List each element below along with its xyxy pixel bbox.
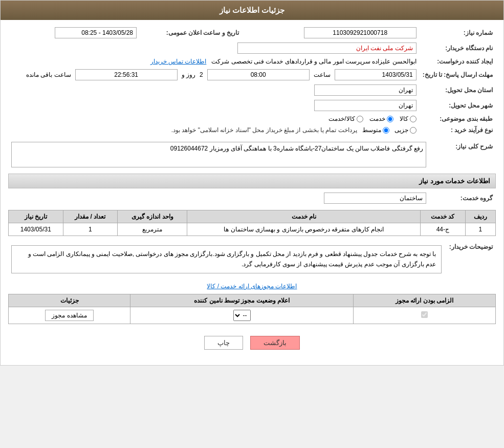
province-value: تهران xyxy=(314,84,417,96)
creator-label: ایجاد کننده درخواست: xyxy=(420,56,496,67)
deadline-date-value: 1403/05/31 xyxy=(335,69,417,80)
response-deadline-label: مهلت ارسال پاسخ: تا تاریخ: xyxy=(420,67,496,82)
page-title: جزئیات اطلاعات نیاز xyxy=(220,6,284,14)
days-label: روز و xyxy=(182,71,195,78)
col-row: ردیف xyxy=(465,210,495,223)
pub-datetime-value: 1403/05/28 - 08:25 xyxy=(55,27,137,38)
buyer-note-label: توضیحات خریدار: xyxy=(445,240,496,279)
requester-org-value: شرکت ملی نفت ایران xyxy=(237,42,417,54)
category-kala-radio[interactable] xyxy=(410,116,417,122)
col-unit: واحد اندازه گیری xyxy=(118,210,187,223)
service-info-title: اطلاعات خدمات مورد نیاز xyxy=(8,174,496,188)
need-desc-label: شرح کلی نیاز: xyxy=(429,140,496,169)
license-section-title[interactable]: اطلاعات مجوزهای ارائه خدمت / کالا xyxy=(207,283,297,290)
row-code: ج-44 xyxy=(421,223,466,236)
need-desc-table: شرح کلی نیاز: رفع گرفتگی فاضلاب سالن یک … xyxy=(8,140,496,169)
procedure-motavasset-label[interactable]: متوسط xyxy=(362,126,389,134)
days-value: 2 xyxy=(200,71,203,78)
need-desc-value: رفع گرفتگی فاضلاب سالن یک ساختمان27-باشگ… xyxy=(11,142,426,167)
pub-datetime-label: تاریخ و ساعت اعلان عمومی: xyxy=(140,25,242,40)
category-khedmat-text: خدمت xyxy=(369,115,385,122)
page-header: جزئیات اطلاعات نیاز xyxy=(1,1,503,20)
license-col-required: الزامی بودن ارائه مجوز xyxy=(353,294,495,307)
service-table: ردیف کد خدمت نام خدمت واحد اندازه گیری ت… xyxy=(8,210,496,236)
row-number: 1 xyxy=(465,223,495,236)
col-date: تاریخ نیاز xyxy=(9,210,63,223)
category-both-label[interactable]: کالا/خدمت xyxy=(328,115,363,122)
service-group-table: گروه خدمت: ساختمان xyxy=(8,190,496,206)
remaining-time-value: 22:56:31 xyxy=(75,69,178,80)
category-both-radio[interactable] xyxy=(357,116,363,122)
category-kala-label[interactable]: کالا xyxy=(400,115,417,122)
bottom-buttons: بازگشت چاپ xyxy=(8,328,496,360)
procedure-jozii-text: جزیی xyxy=(395,126,408,134)
license-checkbox xyxy=(421,311,428,318)
procedure-motavasset-radio[interactable] xyxy=(383,127,389,134)
category-kala-text: کالا xyxy=(400,115,408,122)
creator-value: ابوالحسن علیزاده سرپرست امور مالی و قرار… xyxy=(211,58,416,65)
license-col-details: جزئیات xyxy=(9,294,130,307)
table-row: 1 ج-44 انجام کارهای متفرقه درخصوص بازساز… xyxy=(9,223,496,236)
requester-org-label: نام دستگاه خریدار: xyxy=(420,40,496,56)
main-content: شماره نیاز: 1103092921000718 تاریخ و ساع… xyxy=(1,20,503,365)
procedure-note: پرداخت تمام یا بخشی از مبلغ خریداز محل "… xyxy=(171,126,357,134)
info-table: شماره نیاز: 1103092921000718 تاریخ و ساع… xyxy=(8,25,496,136)
license-required-check xyxy=(353,307,495,324)
procedure-label: نوع فرآیند خرید : xyxy=(420,124,496,136)
category-both-text: کالا/خدمت xyxy=(328,115,355,122)
creator-contact-link[interactable]: اطلاعات تماس خریدار xyxy=(150,58,207,65)
need-number-label: شماره نیاز: xyxy=(420,25,496,40)
procedure-jozii-radio[interactable] xyxy=(410,127,417,134)
deadline-time-value: 08:00 xyxy=(207,69,310,80)
row-quantity: 1 xyxy=(63,223,117,236)
remaining-label: ساعت باقی مانده xyxy=(26,71,71,78)
license-status-select[interactable]: -- xyxy=(233,310,251,321)
category-label: طبقه بندی موضوعی: xyxy=(420,113,496,124)
license-table: الزامی بودن ارائه مجوز اعلام وضعیت مجوز … xyxy=(8,294,496,324)
page-wrapper: جزئیات اطلاعات نیاز شماره نیاز: 11030929… xyxy=(0,0,504,366)
procedure-jozii-label[interactable]: جزیی xyxy=(395,126,417,134)
buyer-note-table: توضیحات خریدار: با توجه به شرح خدمات جدو… xyxy=(8,240,496,279)
province-label: استان محل تحویل: xyxy=(420,82,496,98)
time-label: ساعت xyxy=(314,71,331,78)
col-name: نام خدمت xyxy=(187,210,421,223)
need-number-value: 1103092921000718 xyxy=(304,27,417,38)
row-date: 1403/05/31 xyxy=(9,223,63,236)
row-unit: مترمربع xyxy=(118,223,187,236)
view-license-button[interactable]: مشاهده مجوز xyxy=(45,310,93,321)
license-row: -- مشاهده مجوز xyxy=(9,307,496,324)
row-service-name: انجام کارهای متفرقه درخصوص بازسازی و بهس… xyxy=(187,223,421,236)
service-group-label: گروه خدمت: xyxy=(429,190,496,206)
city-value: تهران xyxy=(314,100,417,111)
col-code: کد خدمت xyxy=(421,210,466,223)
license-col-status: اعلام وضعیت مجوز توسط نامین کننده xyxy=(130,294,354,307)
buyer-note-value: با توجه به شرح خدمات جدول پیشنهاد قطعی و… xyxy=(11,245,442,273)
service-group-value: ساختمان xyxy=(324,193,426,204)
city-label: شهر محل تحویل: xyxy=(420,98,496,113)
procedure-motavasset-text: متوسط xyxy=(362,126,381,134)
back-button[interactable]: بازگشت xyxy=(250,336,300,350)
print-button[interactable]: چاپ xyxy=(204,336,243,350)
category-khedmat-radio[interactable] xyxy=(387,116,393,122)
category-khedmat-label[interactable]: خدمت xyxy=(369,115,393,122)
col-qty: تعداد / مقدار xyxy=(63,210,117,223)
